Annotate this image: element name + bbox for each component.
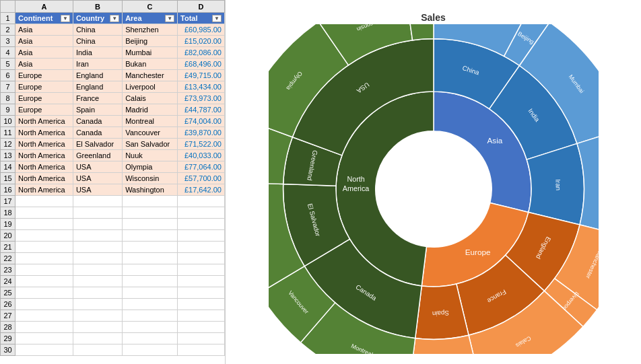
country-label: Country	[76, 14, 104, 22]
cell-continent: Asia	[15, 36, 73, 47]
row-num: 9	[1, 104, 15, 116]
label-Europe: Europe	[465, 248, 490, 256]
row-num: 27	[1, 310, 15, 322]
cell-total: £68,496.00	[178, 59, 225, 70]
row-num: 29	[1, 333, 15, 344]
column-headers: A B C D	[1, 1, 225, 13]
country-header-cell[interactable]: Country ▼	[73, 13, 122, 24]
cell-country: England	[73, 70, 122, 81]
cell-country: China	[73, 24, 122, 36]
table-row: 2 Asia China Shenzhen £60,985.00	[1, 24, 225, 36]
row-1-num: 1	[1, 13, 15, 24]
cell-total: £73,973.00	[178, 93, 225, 104]
empty-row: 30	[1, 344, 225, 356]
country-filter[interactable]: ▼	[110, 15, 119, 22]
area-filter[interactable]: ▼	[165, 15, 174, 22]
row-num: 3	[1, 36, 15, 47]
row-num: 5	[1, 59, 15, 70]
cell-total: £17,642.00	[178, 184, 225, 196]
table-row: 13 North America Greenland Nuuk £40,033.…	[1, 150, 225, 161]
area-label: Area	[125, 14, 141, 22]
cell-area: Wisconsin	[123, 173, 178, 184]
cell-continent: Europe	[15, 104, 73, 116]
row-num: 28	[1, 322, 15, 333]
cell-country: USA	[73, 173, 122, 184]
cell-country: Greenland	[73, 150, 122, 161]
row-num: 16	[1, 184, 15, 196]
center-hole	[375, 131, 491, 246]
col-b-header: B	[73, 1, 122, 13]
cell-continent: North America	[15, 127, 73, 139]
cell-country: England	[73, 81, 122, 93]
cell-total: £44,787.00	[178, 104, 225, 116]
table-row: 7 Europe England Liverpool £13,434.00	[1, 81, 225, 93]
empty-row: 27	[1, 310, 225, 322]
cell-area: Nuuk	[123, 150, 178, 161]
cell-total: £15,020.00	[178, 36, 225, 47]
sunburst-chart: SalesAsiaChinaShenzhenBeijingIndiaMumbai…	[269, 24, 599, 354]
continent-filter[interactable]: ▼	[61, 15, 70, 22]
cell-area: Bukan	[123, 59, 178, 70]
area-header-cell[interactable]: Area ▼	[123, 13, 178, 24]
cell-country: Spain	[73, 104, 122, 116]
label-mid-Spain: Spain	[432, 309, 449, 317]
continent-header-cell[interactable]: Continent ▼	[15, 13, 73, 24]
row-num: 14	[1, 161, 15, 173]
row-num: 11	[1, 127, 15, 139]
cell-total: £39,870.00	[178, 127, 225, 139]
empty-row: 17	[1, 196, 225, 207]
row-num: 12	[1, 139, 15, 150]
row-num: 23	[1, 264, 15, 276]
label-Asia: Asia	[487, 135, 502, 144]
row-num: 25	[1, 287, 15, 299]
cell-area: Shenzhen	[123, 24, 178, 36]
cell-total: £60,985.00	[178, 24, 225, 36]
table-row: 6 Europe England Manchester £49,715.00	[1, 70, 225, 81]
cell-area: Washington	[123, 184, 178, 196]
row-num: 22	[1, 253, 15, 264]
table-row: 15 North America USA Wisconsin £57,700.0…	[1, 173, 225, 184]
chart-area: Sales SalesAsiaChinaShenzhenBeijingIndia…	[226, 0, 641, 364]
cell-continent: Europe	[15, 70, 73, 81]
row-num: 13	[1, 150, 15, 161]
header-row: 1 Continent ▼ Country ▼	[1, 13, 225, 24]
row-num: 30	[1, 344, 15, 356]
total-filter[interactable]: ▼	[212, 15, 222, 22]
cell-country: China	[73, 36, 122, 47]
chart-title: Sales	[421, 12, 446, 23]
empty-row: 28	[1, 322, 225, 333]
row-num: 24	[1, 276, 15, 287]
cell-continent: Asia	[15, 24, 73, 36]
cell-area: Madrid	[123, 104, 178, 116]
row-num: 21	[1, 242, 15, 253]
cell-area: Olympia	[123, 161, 178, 173]
empty-row: 18	[1, 207, 225, 219]
cell-area: Manchester	[123, 70, 178, 81]
col-d-header: D	[178, 1, 225, 13]
cell-area: Liverpool	[123, 81, 178, 93]
cell-continent: North America	[15, 161, 73, 173]
table-row: 16 North America USA Washington £17,642.…	[1, 184, 225, 196]
continent-label: Continent	[18, 14, 53, 22]
row-num: 2	[1, 24, 15, 36]
empty-row: 25	[1, 287, 225, 299]
row-num: 18	[1, 207, 15, 219]
row-num: 26	[1, 299, 15, 310]
label-mid-Iran: Iran	[554, 179, 562, 190]
empty-row: 29	[1, 333, 225, 344]
total-header-cell[interactable]: Total ▼	[178, 13, 225, 24]
col-a-header: A	[15, 1, 73, 13]
row-num: 17	[1, 196, 15, 207]
row-num-header	[1, 1, 15, 13]
table-row: 4 Asia India Mumbai £82,086.00	[1, 47, 225, 59]
cell-continent: Europe	[15, 93, 73, 104]
row-num: 15	[1, 173, 15, 184]
cell-area: San Salvador	[123, 139, 178, 150]
cell-country: India	[73, 47, 122, 59]
empty-row: 26	[1, 299, 225, 310]
cell-total: £82,086.00	[178, 47, 225, 59]
table-row: 8 Europe France Calais £73,973.00	[1, 93, 225, 104]
cell-total: £77,064.00	[178, 161, 225, 173]
cell-continent: North America	[15, 139, 73, 150]
empty-row: 19	[1, 219, 225, 230]
